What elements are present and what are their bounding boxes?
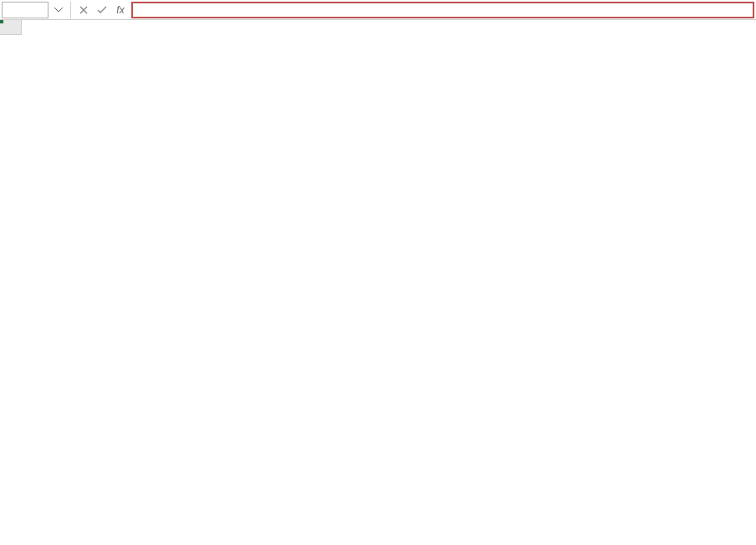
column-headers [22, 20, 756, 35]
name-box-dropdown[interactable] [52, 8, 65, 13]
name-box[interactable] [2, 2, 49, 18]
accept-formula-icon[interactable] [94, 2, 110, 18]
formula-bar: fx [0, 0, 756, 20]
cancel-formula-icon[interactable] [76, 2, 91, 18]
select-all-corner[interactable] [0, 20, 22, 35]
formula-input[interactable] [131, 2, 754, 18]
fx-icon[interactable]: fx [113, 2, 128, 18]
